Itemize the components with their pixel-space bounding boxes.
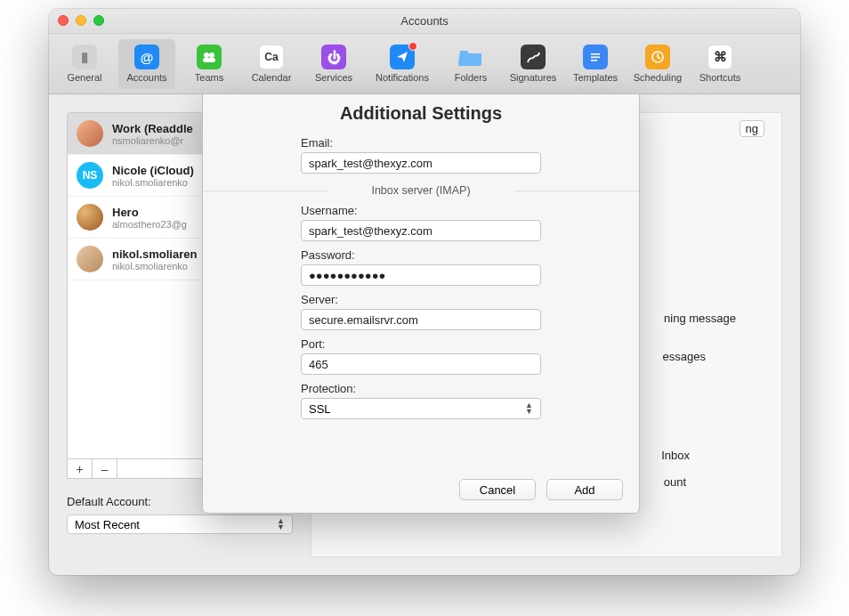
content-area: Work (Readdle nsmoliarenko@r NS Nicole (…: [49, 94, 800, 575]
dialog-title: Additional Settings: [203, 94, 639, 124]
default-account-value: Most Recent: [75, 518, 140, 531]
preferences-toolbar: ▮ General @ Accounts Teams Ca Calendar ⏻…: [49, 34, 800, 94]
titlebar: Accounts: [49, 9, 800, 34]
svg-rect-3: [591, 53, 600, 55]
tab-calendar[interactable]: Ca Calendar: [243, 39, 300, 89]
port-label: Port:: [301, 337, 541, 351]
imap-section-header: Inbox server (IMAP): [301, 184, 541, 197]
server-field[interactable]: [301, 309, 541, 330]
shortcuts-icon: ⌘: [708, 45, 732, 69]
account-email: nsmoliarenko@r: [112, 135, 193, 146]
peek-tag: ng: [740, 120, 764, 137]
port-field[interactable]: [301, 353, 541, 375]
peek-text: Inbox: [661, 449, 690, 462]
account-email: nikol.smoliarenko: [112, 261, 197, 272]
zoom-window-button[interactable]: [93, 15, 104, 26]
protection-select[interactable]: SSL ▲▼: [301, 398, 541, 419]
server-label: Server:: [301, 293, 541, 306]
account-title: Work (Readdle: [112, 122, 193, 135]
tab-notifications[interactable]: Notifications: [368, 39, 437, 89]
tab-services[interactable]: ⏻ Services: [305, 39, 362, 89]
svg-point-0: [204, 53, 209, 58]
services-icon: ⏻: [321, 45, 346, 69]
avatar: [77, 120, 103, 147]
peek-text: ount: [664, 475, 686, 489]
tab-label: Services: [315, 72, 352, 83]
traffic-lights: [58, 15, 104, 26]
tab-scheduling[interactable]: Scheduling: [629, 39, 686, 89]
avatar: [77, 246, 103, 272]
default-account-select[interactable]: Most Recent ▲▼: [67, 515, 293, 534]
accounts-icon: @: [134, 45, 159, 69]
peek-text: essages: [663, 350, 706, 363]
add-button[interactable]: Add: [546, 479, 623, 500]
tab-label: Teams: [195, 72, 223, 83]
username-label: Username:: [301, 204, 541, 217]
tab-shortcuts[interactable]: ⌘ Shortcuts: [691, 39, 748, 89]
remove-account-button[interactable]: –: [93, 459, 117, 478]
avatar: [77, 204, 103, 231]
protection-value: SSL: [309, 402, 331, 416]
scheduling-icon: [645, 45, 670, 69]
additional-settings-dialog: Additional Settings Email: Inbox server …: [202, 93, 640, 514]
calendar-icon: Ca: [259, 45, 284, 69]
teams-icon: [197, 45, 222, 69]
peek-text: ning message: [664, 312, 736, 325]
preferences-window: Accounts ▮ General @ Accounts Teams Ca C…: [49, 9, 800, 575]
tab-label: Folders: [455, 72, 488, 83]
email-field[interactable]: [301, 152, 541, 174]
chevron-updown-icon: ▲▼: [277, 518, 285, 531]
tab-label: Accounts: [126, 72, 166, 83]
tab-folders[interactable]: Folders: [442, 39, 499, 89]
tab-signatures[interactable]: Signatures: [505, 39, 562, 89]
account-title: Hero: [112, 206, 187, 219]
tab-general[interactable]: ▮ General: [56, 39, 113, 89]
chevron-updown-icon: ▲▼: [525, 402, 533, 415]
cancel-button[interactable]: Cancel: [459, 479, 536, 500]
general-icon: ▮: [72, 45, 97, 69]
svg-rect-4: [591, 57, 600, 59]
username-field[interactable]: [301, 220, 541, 241]
tab-label: Templates: [573, 72, 618, 83]
tab-label: General: [67, 72, 101, 83]
tab-label: Scheduling: [634, 72, 682, 83]
password-label: Password:: [301, 248, 541, 262]
notifications-icon: [390, 45, 415, 69]
protection-label: Protection:: [301, 382, 541, 395]
tab-templates[interactable]: Templates: [567, 39, 624, 89]
close-window-button[interactable]: [58, 15, 69, 26]
default-account-label: Default Account:: [67, 495, 151, 508]
folders-icon: [458, 45, 483, 69]
svg-rect-5: [591, 60, 597, 61]
tab-label: Signatures: [510, 72, 557, 83]
svg-point-1: [209, 53, 214, 58]
svg-rect-2: [203, 58, 215, 62]
add-account-button[interactable]: +: [68, 459, 93, 478]
account-title: Nicole (iCloud): [112, 164, 194, 177]
tab-label: Notifications: [376, 72, 429, 83]
tab-label: Calendar: [252, 72, 292, 83]
templates-icon: [583, 45, 608, 69]
tab-teams[interactable]: Teams: [181, 39, 238, 89]
avatar: NS: [77, 162, 103, 189]
account-email: nikol.smoliarenko: [112, 177, 194, 188]
tab-accounts[interactable]: @ Accounts: [118, 39, 175, 89]
window-title: Accounts: [400, 14, 448, 28]
account-title: nikol.smoliaren: [112, 247, 197, 261]
notification-badge-icon: [408, 42, 417, 51]
email-label: Email:: [301, 136, 541, 150]
account-email: almosthero23@g: [112, 219, 187, 230]
minimize-window-button[interactable]: [76, 15, 86, 26]
signatures-icon: [521, 45, 546, 69]
tab-label: Shortcuts: [699, 72, 740, 83]
password-field[interactable]: [301, 264, 541, 286]
